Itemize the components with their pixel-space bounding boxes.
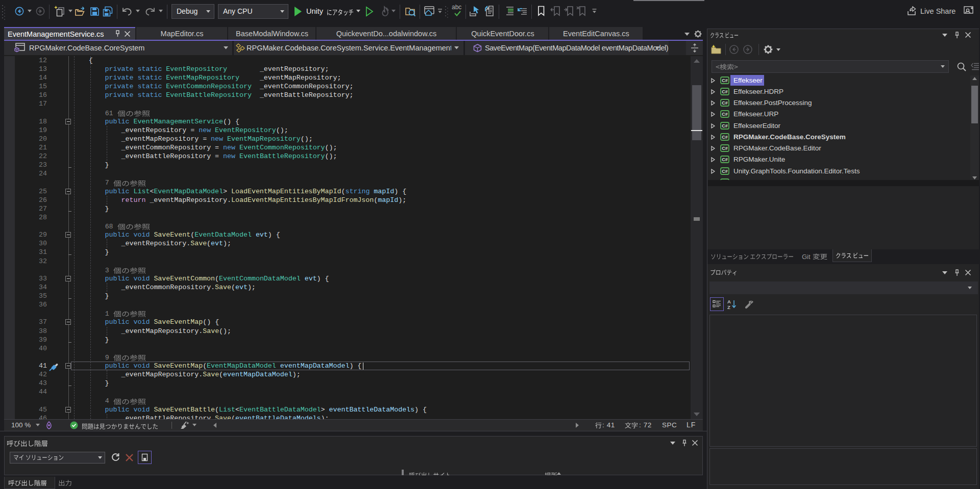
svg-text:A: A — [727, 299, 731, 304]
svg-text:C#: C# — [722, 112, 728, 117]
svg-text:Z: Z — [727, 304, 730, 310]
svg-text:C#: C# — [722, 123, 728, 128]
svg-text:C#: C# — [722, 169, 728, 174]
svg-text:C#: C# — [722, 89, 728, 94]
svg-text:C#: C# — [722, 135, 728, 140]
svg-text:C#: C# — [722, 100, 728, 106]
svg-text:C#: C# — [722, 146, 728, 151]
svg-text:C#: C# — [722, 157, 728, 162]
svg-text:C#: C# — [722, 78, 728, 83]
